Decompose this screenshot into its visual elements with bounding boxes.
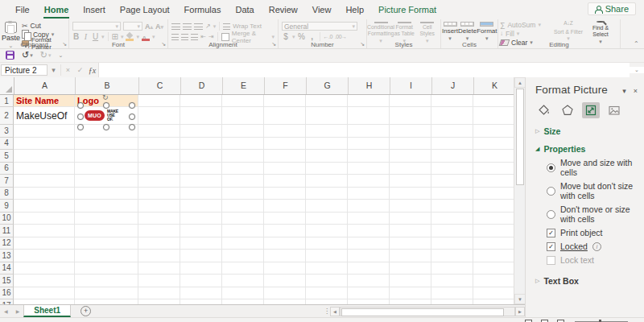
resize-handle-s[interactable] (103, 124, 109, 130)
cell-E1[interactable] (222, 95, 264, 107)
cell-B6[interactable] (75, 163, 138, 175)
cell-C15[interactable] (138, 275, 180, 287)
cell-J8[interactable] (431, 188, 473, 200)
insert-cells-button[interactable]: Insert ▾ (442, 22, 458, 41)
cell-I5[interactable] (390, 150, 431, 163)
cell-G8[interactable] (306, 188, 348, 200)
cell-G10[interactable] (306, 213, 348, 225)
cell-K13[interactable] (473, 250, 514, 262)
cell-I2[interactable] (390, 107, 431, 125)
clipboard-dialog-launcher[interactable]: ↘ (62, 41, 67, 47)
tab-data[interactable]: Data (228, 0, 261, 19)
cell-G3[interactable] (306, 125, 348, 138)
cell-E14[interactable] (222, 262, 264, 275)
column-header-A[interactable]: A (14, 77, 76, 94)
cell-E6[interactable] (222, 163, 264, 175)
resize-handle-e[interactable] (129, 114, 135, 120)
cell-A9[interactable] (14, 200, 75, 213)
cell-D5[interactable] (180, 150, 222, 163)
cell-I13[interactable] (390, 250, 431, 262)
cell-G14[interactable] (306, 262, 348, 275)
resize-handle-nw[interactable] (77, 102, 84, 109)
cell-F16[interactable] (264, 287, 306, 300)
cell-I11[interactable] (390, 225, 431, 237)
name-box-dropdown-icon[interactable]: ▾ (47, 67, 60, 74)
cell-J11[interactable] (431, 225, 473, 237)
cell-J1[interactable] (431, 95, 473, 107)
cell-E2[interactable] (222, 107, 264, 125)
insert-dropdown-icon[interactable]: ▾ (448, 35, 452, 41)
cell-H8[interactable] (348, 188, 390, 200)
cell-J12[interactable] (431, 237, 473, 250)
cell-K5[interactable] (473, 150, 514, 163)
resize-handle-w[interactable] (77, 114, 84, 120)
row-header-13[interactable]: 13 (0, 250, 14, 262)
column-header-H[interactable]: H (349, 77, 390, 94)
panel-close-icon[interactable]: × (634, 87, 638, 95)
fill-line-icon[interactable] (535, 102, 553, 118)
cell-D8[interactable] (180, 188, 222, 200)
cell-I3[interactable] (390, 125, 431, 138)
font-dialog-launcher[interactable]: ↘ (161, 41, 166, 47)
cell-B16[interactable] (75, 287, 138, 300)
horizontal-scroll-thumb[interactable] (341, 308, 504, 316)
cell-I4[interactable] (390, 138, 431, 151)
cell-C12[interactable] (138, 237, 180, 250)
sheet-nav-next-icon[interactable]: ▶ (12, 308, 24, 314)
row-header-11[interactable]: 11 (0, 225, 14, 237)
number-dialog-launcher[interactable]: ↘ (360, 41, 365, 47)
tab-file[interactable]: File (8, 0, 37, 19)
cell-F15[interactable] (264, 275, 306, 287)
cell-A8[interactable] (14, 188, 75, 200)
size-section-header[interactable]: ▷ Size (535, 126, 644, 136)
cell-K3[interactable] (473, 125, 514, 138)
cell-J6[interactable] (431, 163, 473, 175)
cell-F2[interactable] (264, 107, 306, 125)
cell-E11[interactable] (222, 225, 264, 237)
share-button[interactable]: Share (588, 2, 636, 15)
textbox-section-header[interactable]: ▷ Text Box (535, 276, 644, 286)
delete-dropdown-icon[interactable]: ▾ (466, 35, 469, 41)
cell-G15[interactable] (306, 275, 348, 287)
format-cells-button[interactable]: Format ▾ (477, 22, 497, 41)
tab-page-layout[interactable]: Page Layout (113, 0, 177, 19)
scroll-down-icon[interactable]: ▼ (514, 294, 526, 304)
resize-handle-se[interactable] (129, 124, 135, 130)
column-header-J[interactable]: J (432, 77, 474, 94)
cell-E5[interactable] (222, 150, 264, 163)
cell-C6[interactable] (138, 163, 180, 175)
cell-E12[interactable] (222, 237, 264, 250)
cell-B7[interactable] (75, 175, 138, 188)
tab-picture-format[interactable]: Picture Format (371, 0, 444, 19)
cell-I6[interactable] (390, 163, 431, 175)
checkbox-locked[interactable]: ✓ Locked i (547, 242, 644, 251)
row-header-16[interactable]: 16 (0, 287, 14, 300)
cell-K6[interactable] (473, 163, 514, 175)
undo-dropdown-icon[interactable]: ▾ (30, 52, 33, 58)
find-select-button[interactable]: Find & Select ▾ (585, 21, 616, 41)
cell-H10[interactable] (348, 213, 390, 225)
row-header-7[interactable]: 7 (0, 175, 14, 188)
row-header-10[interactable]: 10 (0, 213, 14, 225)
cell-J13[interactable] (431, 250, 473, 262)
cell-A10[interactable] (14, 213, 75, 225)
cell-A11[interactable] (14, 225, 75, 237)
tab-help[interactable]: Help (338, 0, 371, 19)
vertical-scrollbar[interactable]: ▲ ▼ (514, 77, 525, 304)
cell-I8[interactable] (390, 188, 431, 200)
cell-E16[interactable] (222, 287, 264, 300)
cell-C4[interactable] (138, 138, 180, 151)
cell-H3[interactable] (348, 125, 390, 138)
cell-F5[interactable] (264, 150, 306, 163)
locked-info-icon[interactable]: i (592, 242, 601, 251)
cell-K16[interactable] (473, 287, 514, 300)
cell-B10[interactable] (75, 213, 138, 225)
cell-F6[interactable] (264, 163, 306, 175)
cell-D4[interactable] (180, 138, 222, 151)
cell-C8[interactable] (138, 188, 180, 200)
cell-G5[interactable] (306, 150, 348, 163)
cell-I16[interactable] (390, 287, 431, 300)
cell-C14[interactable] (138, 262, 180, 275)
expand-formula-bar-icon[interactable]: ⌄ (630, 67, 644, 73)
cell-B14[interactable] (75, 262, 138, 275)
